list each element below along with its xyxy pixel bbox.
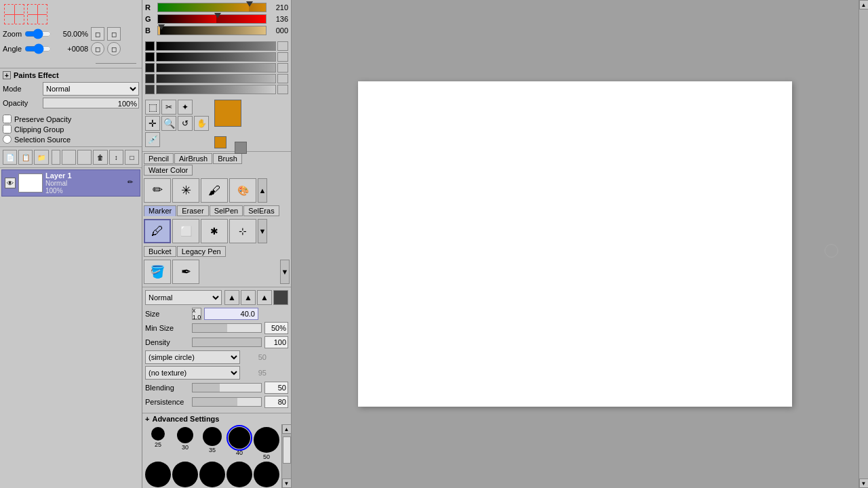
preset-120[interactable]: 120 [254,462,279,488]
size-value-box[interactable]: 40.0 [204,308,258,320]
brush-scroll-bottom[interactable]: ▼ [280,260,290,284]
clipping-group-checkbox[interactable] [3,125,12,134]
fx-btn[interactable] [62,150,76,165]
layer-visibility-toggle[interactable]: 👁 [5,178,16,188]
brush-scroll-down[interactable]: ▼ [258,219,267,243]
swatch-grad-4[interactable] [156,74,276,83]
swatch-black-3[interactable] [145,63,155,73]
color-swap-icon[interactable] [214,136,226,148]
background-color-swatch[interactable] [235,142,247,154]
selpen-tool-btn[interactable]: ✱ [201,219,228,243]
swatch-black-4[interactable] [145,74,155,83]
copy-layer-btn[interactable]: 📋 [18,150,33,165]
swatch-black-1[interactable] [145,41,155,51]
watercolor-tool-btn[interactable]: 🎨 [229,178,256,203]
nav-btn-2[interactable]: ◻ [107,27,121,41]
shape-btn-fill[interactable] [273,290,288,305]
new-layer-btn[interactable]: 📄 [3,150,17,165]
g-slider-thumb[interactable] [214,13,221,18]
move-btn[interactable]: ↕ [109,150,123,165]
shape-btn-wide[interactable]: ▲ [257,290,272,305]
swatch-grad-1[interactable] [156,41,276,51]
b-slider[interactable] [157,26,267,35]
border-btn[interactable]: □ [125,150,139,165]
tab-airbrush[interactable]: AirBrush [174,153,212,164]
legacypen-tool-btn[interactable]: ✒ [172,260,199,284]
presets-scroll-up[interactable]: ▲ [282,424,292,434]
hand-icon[interactable]: ✋ [194,116,209,131]
preset-80[interactable]: 80 [199,462,225,488]
b-slider-thumb[interactable] [158,24,165,30]
angle-slider[interactable] [24,43,52,54]
layer-item[interactable]: 👁 Layer 1 Normal 100% ✏ [1,169,140,197]
tab-bucket[interactable]: Bucket [144,246,176,257]
eyedropper-icon[interactable]: 💉 [145,132,160,147]
tab-seleras[interactable]: SelEras [243,205,279,216]
blending-slider[interactable] [192,383,262,392]
selection-source-radio[interactable] [3,135,12,144]
swatch-handle-2[interactable] [277,52,288,62]
mask-btn[interactable] [77,150,92,165]
swatch-handle-1[interactable] [277,41,288,51]
circle-dropdown[interactable]: (simple circle) [145,350,240,364]
foreground-color-swatch[interactable] [214,100,241,127]
presets-scroll-thumb[interactable] [283,436,291,464]
texture-dropdown[interactable]: (no texture) [145,366,240,380]
nav-btn-4[interactable]: ◻ [107,42,121,56]
swatch-handle-4[interactable] [277,74,288,83]
airbrush-tool-btn[interactable]: ✳ [172,178,199,203]
right-scroll-track[interactable] [859,9,868,479]
tab-eraser[interactable]: Eraser [177,205,208,216]
preset-35[interactable]: 35 [199,427,225,460]
move-icon[interactable]: ✛ [145,116,160,131]
layer-edit-icon[interactable]: ✏ [127,178,137,188]
zoom-icon[interactable]: 🔍 [161,116,176,131]
pencil-tool-btn[interactable]: ✏ [144,178,171,203]
mode-select[interactable]: Normal Multiply Screen [43,82,139,96]
brush-mode-select[interactable]: Normal Multiply [145,290,222,305]
tab-marker[interactable]: Marker [144,205,176,216]
merge-btn[interactable] [52,150,61,165]
marker-tool-btn[interactable]: 🖊 [144,219,171,243]
swatch-handle-5[interactable] [277,85,288,94]
swatch-black-5[interactable] [145,85,155,94]
seleras-tool-btn[interactable]: ⊹ [229,219,256,243]
persistence-slider[interactable] [192,397,262,407]
brush-scroll-up[interactable]: ▲ [258,178,267,203]
shape-btn-mountain[interactable]: ▲ [241,290,256,305]
adv-settings-toggle[interactable]: + [145,415,149,423]
right-scroll-up[interactable]: ▲ [859,0,869,9]
preset-50[interactable]: 50 [254,427,279,460]
swatch-handle-3[interactable] [277,63,288,73]
swatch-grad-3[interactable] [156,63,276,73]
opacity-bar[interactable]: 100% [43,98,139,108]
r-slider-thumb[interactable] [246,1,253,7]
delete-btn[interactable]: 🗑 [93,150,107,165]
tab-selpen[interactable]: SelPen [210,205,243,216]
bucket-tool-btn[interactable]: 🪣 [144,260,171,284]
tab-pencil[interactable]: Pencil [144,153,174,164]
preset-70[interactable]: 70 [172,462,198,488]
nav-btn-3[interactable]: ◻ [91,42,104,56]
preserve-opacity-checkbox[interactable] [3,115,12,123]
nav-btn-1[interactable]: ◻ [91,27,104,41]
lasso-icon[interactable]: ✂ [161,100,176,115]
zoom-slider[interactable] [24,28,52,39]
preset-30[interactable]: 30 [172,427,198,460]
tab-watercolor[interactable]: Water Color [144,165,193,176]
swatch-black-2[interactable] [145,52,155,62]
eraser-tool-btn[interactable]: ⬜ [172,219,199,243]
preset-100[interactable]: 100 [226,462,252,488]
preset-40[interactable]: 40 [226,427,252,460]
size-multiply-box[interactable]: x 1.0 [192,308,201,320]
right-scroll-down[interactable]: ▼ [859,479,869,488]
tab-brush[interactable]: Brush [213,153,242,164]
tab-legacypen[interactable]: Legacy Pen [177,246,226,257]
wand-icon[interactable]: ✦ [178,100,193,115]
canvas-handle[interactable] [825,244,838,258]
brush-tool-btn[interactable]: 🖌 [201,178,228,203]
g-slider[interactable] [157,14,267,24]
preset-60[interactable]: 60 [145,462,171,488]
selection-rect-icon[interactable]: ⬚ [145,100,160,115]
min-size-slider[interactable] [192,323,262,333]
